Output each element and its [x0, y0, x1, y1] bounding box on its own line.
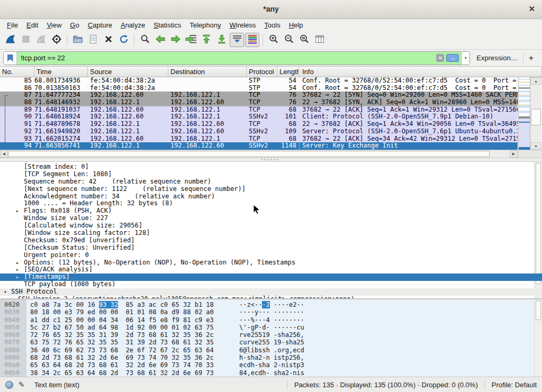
hex-row[interactable]: 007063 75 72 76 65 32 35 35 31 39 2d 73 … — [0, 339, 542, 346]
menu-edit[interactable]: Edit — [22, 20, 42, 30]
packet-row[interactable]: 8971.648191037192.168.122.60192.168.122.… — [0, 106, 518, 114]
column-header-destination[interactable]: Destination — [168, 67, 247, 77]
filter-dropdown-icon[interactable]: ▾ — [461, 52, 469, 65]
scroll-left-icon[interactable]: ◀ — [0, 150, 8, 158]
detail-line[interactable]: ▸[Timestamps] — [0, 274, 542, 281]
filter-clear-icon[interactable]: ✕ — [436, 54, 444, 62]
resize-columns-button[interactable] — [312, 33, 327, 47]
detail-line[interactable]: Window size value: 227 — [0, 215, 542, 222]
column-header-info[interactable]: Info — [299, 67, 542, 77]
detail-line[interactable]: TCP payload (1080 bytes) — [0, 281, 542, 288]
packet-row[interactable]: 8568.001734936fe:54:00:d4:38:2aSTP54Conf… — [0, 77, 518, 85]
expert-info-icon[interactable] — [5, 381, 13, 389]
hex-row[interactable]: 00505c 27 b2 67 50 ad 64 98 1d 92 00 00 … — [0, 324, 542, 331]
display-filter-input[interactable]: !tcp.port == 22 ✕ → — [17, 52, 461, 65]
zoom-reset-button[interactable] — [297, 33, 311, 47]
detail-line[interactable]: [Stream index: 0] — [0, 163, 542, 171]
menu-tools[interactable]: Tools — [260, 20, 284, 30]
detail-line[interactable]: ▾SSH Protocol — [0, 288, 542, 296]
menu-capture[interactable]: Capture — [84, 20, 116, 30]
hex-row[interactable]: 006072 76 65 32 35 35 31 39 2d 73 68 61 … — [0, 331, 542, 339]
stop-capture-button[interactable] — [19, 33, 33, 47]
detail-line[interactable]: ▸Options: (12 bytes), No-Operation (NOP)… — [0, 259, 542, 267]
hex-row[interactable]: 0020c0 a8 7a 3c 00 16 93 32 85 a3 ac c0 … — [0, 301, 542, 308]
vertical-scroll-track[interactable] — [530, 85, 541, 142]
zoom-in-button[interactable] — [266, 33, 281, 47]
menu-file[interactable]: File — [3, 20, 22, 30]
menu-view[interactable]: View — [42, 20, 66, 30]
packet-row[interactable]: 8871.648146932192.168.122.1192.168.122.6… — [0, 99, 518, 106]
menu-go[interactable]: Go — [66, 20, 83, 30]
open-file-button[interactable] — [70, 33, 85, 47]
collapsed-icon[interactable]: ▸ — [16, 207, 19, 215]
menu-analyze[interactable]: Analyze — [116, 20, 149, 30]
restart-capture-button[interactable] — [34, 33, 48, 47]
detail-line[interactable]: ▸Flags: 0x018 (PSH, ACK) — [0, 207, 542, 215]
reload-file-button[interactable] — [116, 33, 131, 47]
detail-line[interactable]: Sequence number: 42 (relative sequence n… — [0, 178, 542, 186]
filter-bookmark-button[interactable] — [4, 52, 17, 65]
detail-line[interactable]: ▸[SEQ/ACK analysis] — [0, 266, 542, 274]
hex-row[interactable]: 0040a1 dd c1 25 00 00 04 34 06 14 f5 e8 … — [0, 316, 542, 324]
find-packet-button[interactable] — [138, 33, 152, 47]
scroll-down-icon[interactable]: ▼ — [530, 142, 541, 150]
close-window-icon[interactable]: ✕ — [528, 4, 535, 14]
packet-list-horizontal-scrollbar[interactable]: ◀ ▶ — [0, 150, 542, 158]
packet-row[interactable]: 9371.662015274192.168.122.60192.168.122.… — [0, 135, 518, 143]
auto-scroll-button[interactable] — [230, 33, 244, 47]
save-file-button[interactable] — [86, 33, 100, 47]
column-header-protocol[interactable]: Protocol — [247, 67, 277, 77]
menu-wireless[interactable]: Wireless — [225, 20, 260, 30]
menu-statistics[interactable]: Statistics — [149, 20, 185, 30]
packet-list-vertical-scrollbar[interactable]: ▲ ▼ — [530, 77, 541, 150]
go-to-packet-button[interactable] — [184, 33, 198, 47]
detail-line[interactable]: 1000 .... = Header Length: 32 bytes (8) — [0, 200, 542, 207]
zoom-out-button[interactable] — [282, 33, 296, 47]
capture-options-button[interactable] — [49, 33, 64, 47]
close-file-button[interactable] — [101, 33, 115, 47]
collapsed-icon[interactable]: ▸ — [16, 274, 19, 281]
packet-row[interactable]: 9071.648618924192.168.122.60192.168.122.… — [0, 113, 518, 121]
column-header-length[interactable]: Length — [277, 67, 299, 77]
expanded-icon[interactable]: ▾ — [4, 288, 7, 296]
scroll-up-icon[interactable]: ▲ — [530, 77, 541, 85]
expression-button[interactable]: Expression… — [470, 54, 522, 62]
vertical-scroll-thumb[interactable] — [531, 109, 541, 125]
horizontal-scroll-track[interactable] — [8, 150, 510, 158]
packet-row[interactable]: 8670.013850163fe:54:00:d4:38:2aSTP54Conf… — [0, 85, 518, 92]
menu-help[interactable]: Help — [285, 20, 308, 30]
detail-line[interactable]: [TCP Segment Len: 1080] — [0, 171, 542, 178]
intelligent-scrollbar[interactable] — [518, 77, 530, 150]
pane-splitter-top[interactable] — [0, 158, 542, 162]
collapsed-icon[interactable]: ▸ — [16, 259, 19, 267]
detail-line[interactable]: Checksum: 0x79ed [unverified] — [0, 237, 542, 244]
start-capture-button[interactable] — [3, 33, 17, 47]
packet-row[interactable]: 9271.661949820192.168.122.1192.168.122.6… — [0, 128, 518, 135]
detail-line[interactable]: [Next sequence number: 1122 (relative se… — [0, 186, 542, 193]
go-last-button[interactable] — [214, 33, 229, 47]
profile-status[interactable]: Profile: Default — [492, 381, 537, 389]
packet-row[interactable]: 8771.647777234192.168.122.60192.168.122.… — [0, 92, 518, 99]
horizontal-scroll-thumb[interactable] — [8, 151, 490, 157]
menu-telephony[interactable]: Telephony — [185, 20, 225, 30]
hex-row[interactable]: 00a065 63 64 68 2d 73 68 61 32 2d 6e 69 … — [0, 361, 542, 369]
hex-row[interactable]: 009068 2d 73 68 61 32 2d 6e 69 73 74 70 … — [0, 354, 542, 361]
collapsed-icon[interactable]: ▸ — [16, 266, 19, 274]
column-header-no[interactable]: No. — [0, 67, 34, 77]
packet-row[interactable]: 9471.663856741192.168.122.1192.168.122.6… — [0, 142, 518, 150]
hex-row[interactable]: 003080 18 00 e3 79 ed 00 00 01 01 08 0a … — [0, 308, 542, 316]
hex-row[interactable]: 00b038 34 2c 65 63 64 68 2d 73 68 61 32 … — [0, 369, 542, 377]
detail-line[interactable]: [Calculated window size: 29056] — [0, 222, 542, 230]
column-header-source[interactable]: Source — [88, 67, 168, 77]
go-back-button[interactable] — [153, 33, 167, 47]
go-forward-button[interactable] — [168, 33, 183, 47]
hex-row[interactable]: 008036 40 6c 69 62 73 73 68 2e 6f 72 67 … — [0, 347, 542, 354]
detail-line[interactable]: [Checksum Status: Unverified] — [0, 244, 542, 252]
filter-apply-icon[interactable]: → — [446, 54, 459, 62]
add-filter-button[interactable]: + — [523, 53, 539, 63]
detail-line[interactable]: Urgent pointer: 0 — [0, 252, 542, 259]
detail-line[interactable]: Acknowledgment number: 34 (relative ack … — [0, 193, 542, 200]
detail-line[interactable]: [Window size scaling factor: 128] — [0, 230, 542, 237]
capture-comment-icon[interactable]: ✎ — [19, 380, 25, 389]
go-first-button[interactable] — [199, 33, 213, 47]
